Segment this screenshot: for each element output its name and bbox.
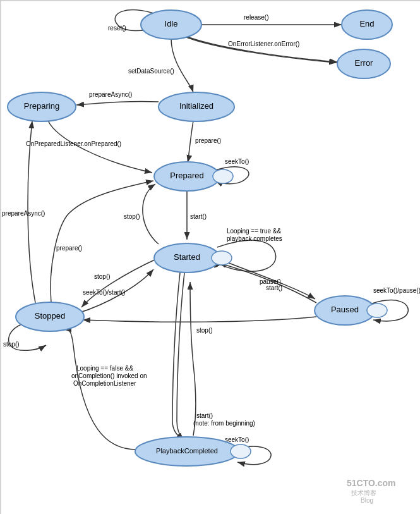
state-started-loop	[212, 251, 232, 265]
label-seekto-paused: seekTo()/pause()	[373, 287, 420, 294]
label-looping2: playback completes	[227, 235, 282, 242]
label-started: Started	[174, 252, 200, 262]
label-looping: Looping == true &&	[227, 228, 282, 235]
label-stopped: Stopped	[35, 311, 65, 321]
diagram-container: reset() release() OnErrorListener.onErro…	[0, 0, 420, 514]
label-prepareasync-init: prepareAsync()	[89, 91, 132, 98]
watermark-line3: Blog	[361, 497, 373, 504]
label-reset: reset()	[108, 25, 126, 32]
label-prepare-init: prepare()	[195, 137, 221, 144]
label-seekto-prepared: seekTo()	[225, 158, 249, 165]
label-prepare-stopped: prepare()	[56, 245, 82, 252]
label-idle: Idle	[165, 19, 178, 28]
label-preparing: Preparing	[24, 101, 59, 111]
state-playback-loop	[231, 444, 251, 458]
label-release: release()	[244, 14, 268, 21]
label-loopingfalse3: OnCompletionListener	[73, 380, 136, 387]
label-prepareasync-stopped: prepareAsync()	[2, 210, 45, 217]
state-prepared-loop	[213, 169, 233, 183]
label-initialized: Initialized	[179, 101, 213, 111]
label-end: End	[359, 19, 374, 28]
label-loopingfalse2: onCompletion() invoked on	[71, 372, 147, 379]
label-start-paused: start()	[266, 285, 282, 291]
label-stop-started: stop()	[94, 273, 111, 280]
watermark-line2: 技术博客	[351, 489, 376, 496]
label-loopingfalse: Looping == false &&	[76, 365, 133, 372]
label-playbackcompleted: PlaybackCompleted	[156, 447, 218, 455]
label-start-playback: start()	[196, 412, 213, 419]
label-start-prepared: start()	[190, 213, 207, 220]
label-stop-stopped: stop()	[3, 341, 20, 348]
label-onprepared: OnPreparedListener.onPrepared()	[26, 140, 121, 147]
label-stop-started-prepared: stop()	[124, 213, 140, 220]
label-setdatasource: setDataSource()	[128, 68, 174, 75]
watermark-line1: 51CTO.com	[347, 478, 396, 488]
label-stop-paused: stop()	[196, 327, 213, 334]
label-prepared: Prepared	[170, 171, 203, 180]
state-paused-loop	[367, 303, 387, 317]
label-start-playback2: (note: from beginning)	[193, 420, 255, 427]
label-onerror: OnErrorListener.onError()	[228, 40, 299, 47]
label-paused: Paused	[331, 305, 359, 314]
label-error: Error	[355, 58, 374, 68]
label-seekto-start-stopped: seekTo()/start()	[83, 289, 125, 296]
